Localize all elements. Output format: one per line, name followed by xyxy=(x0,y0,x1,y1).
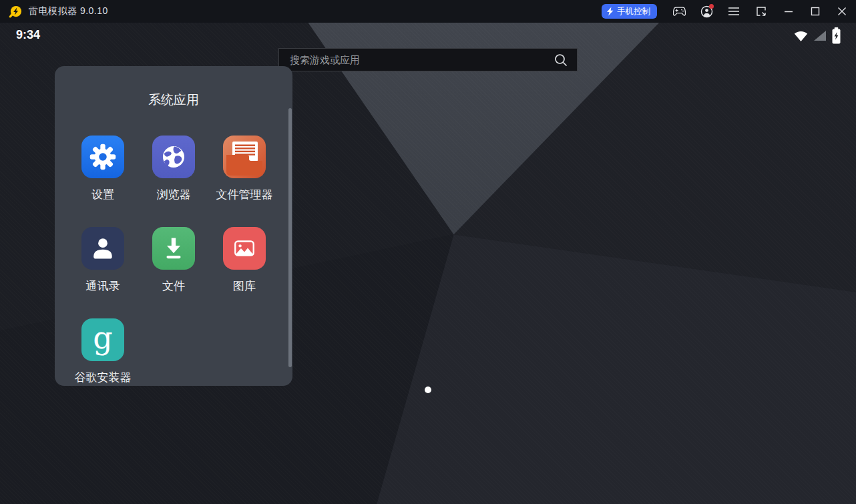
contacts-person-icon xyxy=(81,227,124,270)
status-time: 9:34 xyxy=(16,28,40,42)
file-manager-folder-icon xyxy=(223,136,266,178)
app-files[interactable]: 文件 xyxy=(138,227,209,291)
ldplayer-logo-icon xyxy=(9,5,23,19)
maximize-icon[interactable] xyxy=(804,0,827,23)
phone-control-button[interactable]: 手机控制 xyxy=(602,4,657,19)
titlebar: 雷电模拟器 9.0.10 手机控制 xyxy=(0,0,856,23)
search-icon[interactable] xyxy=(554,53,568,67)
emulator-window: 雷电模拟器 9.0.10 手机控制 xyxy=(0,0,856,504)
system-apps-folder: 系统应用 xyxy=(55,66,292,386)
folder-scrollbar[interactable] xyxy=(288,108,292,367)
folder-title: 系统应用 xyxy=(55,91,292,109)
google-installer-g-icon: g xyxy=(81,318,124,361)
app-settings[interactable]: 设置 xyxy=(67,136,138,200)
titlebar-controls: 手机控制 xyxy=(602,0,856,23)
phone-control-label: 手机控制 xyxy=(617,6,650,17)
search-input[interactable] xyxy=(279,54,554,65)
app-label: 图库 xyxy=(233,278,256,294)
gamepad-icon[interactable] xyxy=(668,0,690,23)
wifi-icon xyxy=(793,30,809,42)
cellular-signal-icon xyxy=(813,30,827,41)
app-label: 文件管理器 xyxy=(216,187,273,202)
window-title: 雷电模拟器 9.0.10 xyxy=(29,5,108,17)
status-icons xyxy=(793,27,841,45)
app-file-manager[interactable]: 文件管理器 xyxy=(209,136,280,200)
settings-gear-icon xyxy=(81,136,124,178)
android-screen: 9:34 系统应用 xyxy=(0,23,856,504)
menu-icon[interactable] xyxy=(722,0,745,23)
search-bar xyxy=(278,48,578,71)
close-icon[interactable] xyxy=(831,0,853,23)
battery-charging-icon xyxy=(831,27,841,45)
app-gallery[interactable]: 图库 xyxy=(209,227,280,291)
gallery-image-icon xyxy=(223,227,266,270)
notification-dot xyxy=(709,4,714,9)
app-label: 设置 xyxy=(91,187,114,202)
app-label: 文件 xyxy=(162,278,185,294)
app-grid: 设置 浏览器 xyxy=(67,136,280,383)
files-download-icon xyxy=(152,227,195,270)
minimize-icon[interactable] xyxy=(777,0,800,23)
app-contacts[interactable]: 通讯录 xyxy=(67,227,138,291)
app-label: 谷歌安装器 xyxy=(75,370,132,385)
app-google-installer[interactable]: g 谷歌安装器 xyxy=(67,318,138,383)
resize-window-icon[interactable] xyxy=(750,0,773,23)
page-indicator-dot xyxy=(425,387,431,393)
recorder-account-icon[interactable] xyxy=(695,0,718,23)
browser-globe-icon xyxy=(152,136,195,178)
app-label: 浏览器 xyxy=(157,187,191,202)
lightning-icon xyxy=(606,7,614,16)
app-browser[interactable]: 浏览器 xyxy=(138,136,209,200)
app-label: 通讯录 xyxy=(86,278,120,294)
